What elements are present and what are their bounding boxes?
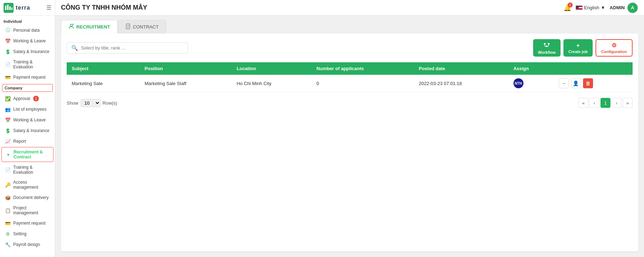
personal-data-icon: ⓘ (5, 27, 11, 33)
cell-position: Marketing Sale Staff (140, 75, 232, 92)
search-box[interactable]: 🔍 (67, 42, 188, 54)
sidebar-item-label: Setting (13, 231, 26, 236)
logo-area: terra (4, 3, 30, 13)
sidebar-item-label: Access management (13, 180, 50, 190)
search-input[interactable] (81, 45, 183, 51)
document-icon: 📦 (5, 195, 11, 200)
workflow-button[interactable]: Workflow (533, 39, 561, 57)
working-leave-icon: 📅 (5, 38, 11, 44)
sidebar-item-label: Payroll design (13, 242, 40, 247)
sidebar-item-payment-request[interactable]: 💳 Payment request (1, 72, 53, 82)
recruitment-icon: + (5, 152, 11, 157)
create-job-icon: + (576, 42, 579, 49)
sidebar-item-report[interactable]: 📈 Report (1, 136, 53, 146)
flag-icon (576, 5, 583, 10)
row-delete-button[interactable]: 🗑 (583, 78, 593, 88)
workflow-label: Workflow (538, 50, 556, 54)
sidebar-item-working-leave[interactable]: 📅 Working & Leave (1, 36, 53, 46)
svg-rect-3 (9, 6, 11, 10)
sidebar-item-working-leave-company[interactable]: 📅 Working & Leave (1, 115, 53, 125)
sidebar-item-setting[interactable]: ⚙ Setting (1, 229, 53, 239)
main-area: CÔNG TY TNHH NHÓM MÂY 🔔 2 English ▼ ADMI… (55, 0, 644, 257)
sidebar-item-label: Personal data (13, 28, 40, 33)
sidebar-item-list-employees[interactable]: 👥 List of employees (1, 104, 53, 114)
working-leave-c-icon: 📅 (5, 117, 11, 123)
recruitment-tab-icon (68, 23, 74, 30)
show-rows: Show 10 20 50 100 Row(s) (67, 99, 117, 107)
tab-recruitment[interactable]: RECRUITMENT (61, 20, 118, 33)
page-last-button[interactable]: » (623, 98, 633, 108)
rows-label: Row(s) (103, 100, 117, 106)
cell-row-actions: → 👤 🗑 (554, 75, 633, 92)
sidebar-logo: terra ☰ (0, 0, 55, 16)
setting-icon: ⚙ (5, 231, 11, 237)
row-expand-button[interactable]: → (559, 78, 569, 88)
pagination-row: Show 10 20 50 100 Row(s) « ‹ 1 › » (67, 98, 633, 108)
sidebar-item-label: Training & Evaluation (13, 165, 50, 175)
cell-subject: Marketing Sale (67, 75, 140, 92)
tab-recruitment-label: RECRUITMENT (76, 24, 110, 30)
cell-location: Ho Chi Minh City (232, 75, 312, 92)
row-user-button[interactable]: 👤 (571, 78, 581, 88)
payroll-icon: 🔧 (5, 242, 11, 247)
training-c-icon: 📄 (5, 167, 11, 173)
assign-avatar: NTH (513, 78, 523, 88)
sidebar-item-personal-data[interactable]: ⓘ Personal data (1, 25, 53, 35)
rows-per-page-select[interactable]: 10 20 50 100 (81, 99, 101, 107)
sidebar-item-label: Working & Leave (13, 38, 46, 43)
sidebar-item-label: Working & Leave (13, 117, 46, 122)
page-1-button[interactable]: 1 (600, 98, 610, 108)
content-area: RECRUITMENT CONTRACT 🔍 (55, 16, 644, 257)
sidebar-item-payroll-design[interactable]: 🔧 Payroll design (1, 240, 53, 250)
tab-contract[interactable]: CONTRACT (118, 20, 166, 33)
language-selector[interactable]: English ▼ (576, 5, 605, 10)
sidebar-item-salary-insurance[interactable]: 💲 Salary & Insurance (1, 47, 53, 57)
page-title: CÔNG TY TNHH NHÓM MÂY (61, 4, 147, 11)
col-applicants: Number of applicants (312, 62, 414, 75)
sidebar-item-document-delivery[interactable]: 📦 Document delivery (1, 193, 53, 203)
salary-icon: 💲 (5, 49, 11, 54)
sidebar-item-label: Project management (13, 205, 50, 215)
sidebar-item-payment-request-company[interactable]: 💳 Payment request (1, 218, 53, 228)
sidebar-item-salary-insurance-company[interactable]: 💲 Salary & Insurance (1, 126, 53, 136)
training-icon: 📄 (5, 62, 11, 67)
sidebar-item-access-management[interactable]: 🔑 Access management (1, 178, 53, 192)
page-first-button[interactable]: « (578, 98, 588, 108)
inner-content: 🔍 Workflow + Create job ⚙ (61, 33, 638, 251)
terra-logo-icon (4, 3, 14, 13)
pagination: « ‹ 1 › » (578, 98, 633, 108)
sidebar: terra ☰ Individual ⓘ Personal data 📅 Wor… (0, 0, 55, 257)
svg-point-5 (70, 24, 72, 26)
col-actions (554, 62, 633, 75)
cell-assign: NTH (508, 75, 554, 92)
sidebar-item-training-evaluation[interactable]: 📄 Training & Evaluation (1, 57, 53, 72)
sidebar-item-project-management[interactable]: 📋 Project management (1, 203, 53, 217)
contract-tab-icon (125, 23, 131, 30)
tab-contract-label: CONTRACT (133, 24, 159, 30)
sidebar-item-approval[interactable]: ✅ Approval 1 (1, 94, 53, 104)
configuration-button[interactable]: ⚙ Configuration (596, 39, 633, 57)
admin-avatar: A (627, 2, 638, 14)
svg-rect-1 (5, 6, 6, 10)
lang-chevron-icon: ▼ (601, 5, 605, 10)
approval-badge: 1 (33, 96, 39, 101)
search-icon: 🔍 (71, 45, 78, 51)
admin-menu[interactable]: ADMIN A (609, 2, 638, 14)
sidebar-item-label: Salary & Insurance (13, 128, 49, 133)
access-icon: 🔑 (5, 182, 11, 188)
svg-rect-12 (544, 43, 546, 44)
sidebar-item-label: Payment request (13, 221, 46, 226)
approval-icon: ✅ (5, 96, 11, 101)
sidebar-item-label: Report (13, 139, 26, 144)
sidebar-item-label: Payment request (13, 75, 46, 80)
admin-label: ADMIN (609, 5, 625, 10)
page-prev-button[interactable]: ‹ (589, 98, 599, 108)
employees-icon: 👥 (5, 106, 11, 112)
create-job-button[interactable]: + Create job (563, 39, 593, 57)
sidebar-item-recruitment-contract[interactable]: + Recruitment & Contract (1, 147, 53, 162)
logo-text: terra (16, 5, 30, 11)
notification-button[interactable]: 🔔 2 (563, 4, 571, 12)
sidebar-item-training-evaluation-company[interactable]: 📄 Training & Evaluation (1, 163, 53, 177)
hamburger-icon[interactable]: ☰ (46, 4, 51, 11)
page-next-button[interactable]: › (612, 98, 622, 108)
